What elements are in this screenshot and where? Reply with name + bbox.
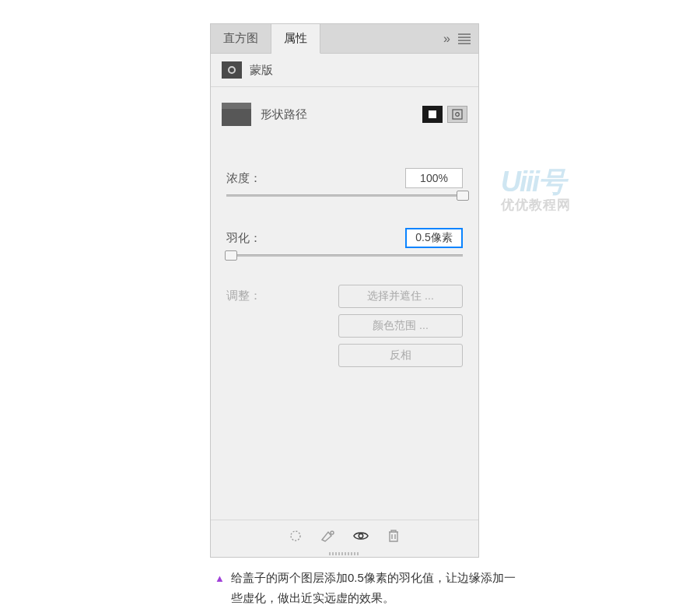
properties-panel: 直方图 属性 » 蒙版 形状路径 浓度： 100% 羽化： 0.5像素 — [210, 23, 479, 558]
apply-mask-icon[interactable] — [320, 528, 336, 544]
trash-icon[interactable] — [386, 528, 401, 544]
panel-resize-grip[interactable] — [211, 551, 478, 557]
visibility-eye-icon[interactable] — [353, 528, 369, 544]
feather-slider-thumb[interactable] — [225, 250, 237, 261]
density-slider[interactable] — [226, 194, 463, 197]
tab-properties[interactable]: 属性 — [271, 24, 320, 54]
feather-label: 羽化： — [226, 231, 281, 246]
svg-rect-0 — [453, 110, 462, 119]
caption: ▲ 给盖子的两个图层添加0.5像素的羽化值，让边缘添加一些虚化，做出近实远虚的效… — [215, 568, 526, 607]
invert-button[interactable]: 反相 — [338, 344, 463, 367]
mask-label: 蒙版 — [250, 63, 273, 78]
density-input[interactable]: 100% — [405, 168, 463, 188]
density-label: 浓度： — [226, 171, 281, 186]
mask-section-header: 蒙版 — [211, 54, 478, 87]
watermark-subtitle: 优优教程网 — [501, 196, 571, 214]
feather-input[interactable]: 0.5像素 — [405, 228, 463, 248]
color-range-button[interactable]: 颜色范围 ... — [338, 314, 463, 338]
svg-point-1 — [456, 113, 460, 117]
selection-load-icon[interactable] — [288, 528, 303, 544]
mask-chip-icon — [222, 61, 242, 79]
shape-thumb-icon — [222, 103, 251, 126]
collapse-icon[interactable]: » — [443, 32, 450, 46]
svg-point-4 — [359, 534, 362, 537]
pixel-mask-button[interactable] — [422, 106, 443, 123]
tab-bar: 直方图 属性 » — [211, 24, 478, 54]
feather-slider[interactable] — [226, 254, 463, 257]
caption-text: 给盖子的两个图层添加0.5像素的羽化值，让边缘添加一些虚化，做出近实远虚的效果。 — [231, 568, 526, 607]
vector-mask-button[interactable] — [447, 106, 467, 123]
svg-point-3 — [331, 531, 334, 534]
density-row: 浓度： 100% — [211, 168, 478, 188]
panel-footer — [211, 520, 478, 551]
panel-menu-icon[interactable] — [458, 33, 471, 44]
adjust-label: 调整： — [226, 285, 281, 303]
feather-row: 羽化： 0.5像素 — [211, 228, 478, 248]
shape-path-label: 形状路径 — [261, 107, 413, 122]
svg-point-2 — [291, 531, 300, 541]
density-slider-thumb[interactable] — [457, 191, 469, 201]
tab-histogram[interactable]: 直方图 — [211, 24, 271, 53]
caption-marker-icon: ▲ — [215, 570, 225, 587]
shape-path-row: 形状路径 — [211, 87, 478, 145]
adjust-row: 调整： 选择并遮住 ... 颜色范围 ... 反相 — [211, 285, 478, 367]
select-and-mask-button[interactable]: 选择并遮住 ... — [338, 285, 463, 308]
